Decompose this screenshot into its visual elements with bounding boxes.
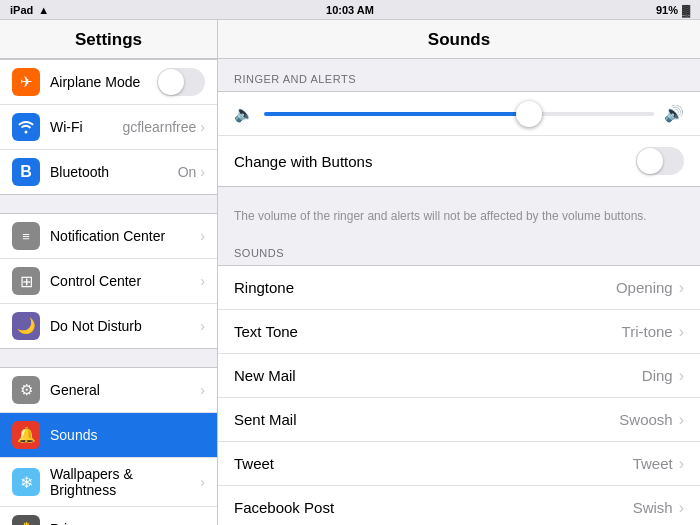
- ringer-section-title: RINGER AND ALERTS: [218, 59, 700, 91]
- sounds-section-title: SOUNDS: [218, 233, 700, 265]
- bluetooth-value: On: [178, 164, 197, 180]
- privacy-icon: ✋: [12, 515, 40, 525]
- main-container: Settings ✈ Airplane Mode Wi-Fi gcflearnf…: [0, 20, 700, 525]
- content-area: Sounds RINGER AND ALERTS 🔈 🔊 Change with…: [218, 20, 700, 525]
- ringer-caption: The volume of the ringer and alerts will…: [218, 205, 700, 233]
- sidebar-item-wifi[interactable]: Wi-Fi gcflearnfree ›: [0, 105, 217, 150]
- sidebar-group-connectivity: ✈ Airplane Mode Wi-Fi gcflearnfree › B B…: [0, 59, 217, 195]
- privacy-chevron: ›: [200, 521, 205, 525]
- control-label: Control Center: [50, 273, 200, 289]
- texttone-chevron: ›: [679, 323, 684, 341]
- sidebar-item-donotdisturb[interactable]: 🌙 Do Not Disturb ›: [0, 304, 217, 348]
- bluetooth-chevron: ›: [200, 164, 205, 180]
- change-with-buttons-label: Change with Buttons: [234, 153, 636, 170]
- general-chevron: ›: [200, 382, 205, 398]
- donotdisturb-label: Do Not Disturb: [50, 318, 200, 334]
- sentmail-label: Sent Mail: [234, 411, 619, 428]
- volume-slider-thumb[interactable]: [516, 101, 542, 127]
- wifi-value: gcflearnfree: [122, 119, 196, 135]
- bluetooth-label: Bluetooth: [50, 164, 178, 180]
- newmail-label: New Mail: [234, 367, 642, 384]
- texttone-label: Text Tone: [234, 323, 622, 340]
- ringer-group: 🔈 🔊 Change with Buttons: [218, 91, 700, 187]
- volume-slider-row[interactable]: 🔈 🔊: [218, 92, 700, 136]
- sidebar-group-display: ⚙ General › 🔔 Sounds ❄ Wallpapers & Brig…: [0, 367, 217, 525]
- wifi-icon: [12, 113, 40, 141]
- battery-icon: ▓: [682, 4, 690, 16]
- sounds-group: Ringtone Opening › Text Tone Tri-tone › …: [218, 265, 700, 525]
- sidebar-item-notification[interactable]: ≡ Notification Center ›: [0, 214, 217, 259]
- wallpaper-label: Wallpapers & Brightness: [50, 466, 200, 498]
- status-left: iPad ▲: [10, 4, 49, 16]
- tweet-chevron: ›: [679, 455, 684, 473]
- texttone-row[interactable]: Text Tone Tri-tone ›: [218, 310, 700, 354]
- fbpost-row[interactable]: Facebook Post Swish ›: [218, 486, 700, 525]
- battery-percent: 91%: [656, 4, 678, 16]
- notification-icon: ≡: [12, 222, 40, 250]
- sidebar-item-general[interactable]: ⚙ General ›: [0, 368, 217, 413]
- notification-chevron: ›: [200, 228, 205, 244]
- ringtone-chevron: ›: [679, 279, 684, 297]
- privacy-label: Privacy: [50, 521, 200, 525]
- sidebar-title: Settings: [0, 20, 217, 59]
- newmail-chevron: ›: [679, 367, 684, 385]
- airplane-label: Airplane Mode: [50, 74, 157, 90]
- ringtone-row[interactable]: Ringtone Opening ›: [218, 266, 700, 310]
- sidebar-item-sounds[interactable]: 🔔 Sounds: [0, 413, 217, 458]
- donotdisturb-icon: 🌙: [12, 312, 40, 340]
- sidebar-item-privacy[interactable]: ✋ Privacy ›: [0, 507, 217, 525]
- status-bar: iPad ▲ 10:03 AM 91% ▓: [0, 0, 700, 20]
- sounds-icon: 🔔: [12, 421, 40, 449]
- general-label: General: [50, 382, 200, 398]
- donotdisturb-chevron: ›: [200, 318, 205, 334]
- ringtone-value: Opening: [616, 279, 673, 296]
- volume-high-icon: 🔊: [664, 104, 684, 123]
- ipad-label: iPad: [10, 4, 33, 16]
- status-time: 10:03 AM: [326, 4, 374, 16]
- status-right: 91% ▓: [656, 4, 690, 16]
- wifi-chevron: ›: [200, 119, 205, 135]
- general-icon: ⚙: [12, 376, 40, 404]
- wifi-label: Wi-Fi: [50, 119, 122, 135]
- fbpost-label: Facebook Post: [234, 499, 633, 516]
- volume-slider-track[interactable]: [264, 112, 654, 116]
- sidebar-item-bluetooth[interactable]: B Bluetooth On ›: [0, 150, 217, 194]
- fbpost-chevron: ›: [679, 499, 684, 517]
- sentmail-value: Swoosh: [619, 411, 672, 428]
- sentmail-chevron: ›: [679, 411, 684, 429]
- tweet-row[interactable]: Tweet Tweet ›: [218, 442, 700, 486]
- volume-low-icon: 🔈: [234, 104, 254, 123]
- wallpaper-icon: ❄: [12, 468, 40, 496]
- tweet-value: Tweet: [633, 455, 673, 472]
- wifi-icon: ▲: [38, 4, 49, 16]
- sidebar-item-airplane[interactable]: ✈ Airplane Mode: [0, 60, 217, 105]
- sentmail-row[interactable]: Sent Mail Swoosh ›: [218, 398, 700, 442]
- volume-slider-fill: [264, 112, 537, 116]
- airplane-icon: ✈: [12, 68, 40, 96]
- newmail-value: Ding: [642, 367, 673, 384]
- texttone-value: Tri-tone: [622, 323, 673, 340]
- control-chevron: ›: [200, 273, 205, 289]
- change-with-buttons-toggle[interactable]: [636, 147, 684, 175]
- control-icon: ⊞: [12, 267, 40, 295]
- wallpaper-chevron: ›: [200, 474, 205, 490]
- sidebar-group-notifications: ≡ Notification Center › ⊞ Control Center…: [0, 213, 217, 349]
- fbpost-value: Swish: [633, 499, 673, 516]
- content-title: Sounds: [218, 20, 700, 59]
- tweet-label: Tweet: [234, 455, 633, 472]
- sounds-label: Sounds: [50, 427, 205, 443]
- sidebar-item-control[interactable]: ⊞ Control Center ›: [0, 259, 217, 304]
- bluetooth-icon: B: [12, 158, 40, 186]
- sidebar: Settings ✈ Airplane Mode Wi-Fi gcflearnf…: [0, 20, 218, 525]
- ringtone-label: Ringtone: [234, 279, 616, 296]
- newmail-row[interactable]: New Mail Ding ›: [218, 354, 700, 398]
- change-with-buttons-row[interactable]: Change with Buttons: [218, 136, 700, 186]
- airplane-toggle[interactable]: [157, 68, 205, 96]
- notification-label: Notification Center: [50, 228, 200, 244]
- sidebar-item-wallpaper[interactable]: ❄ Wallpapers & Brightness ›: [0, 458, 217, 507]
